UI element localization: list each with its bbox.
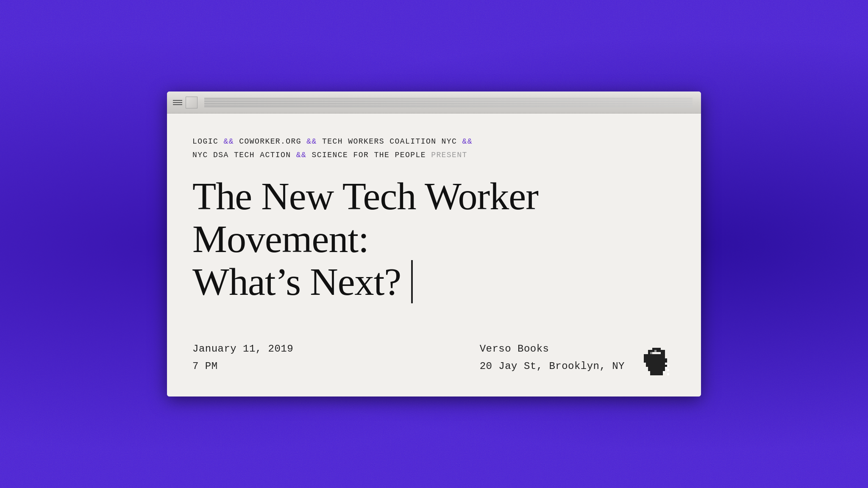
fist-svg [637,337,676,380]
titlebar-square[interactable] [186,97,198,108]
svg-rect-9 [644,354,648,363]
svg-rect-7 [648,367,665,371]
venue-name: Verso Books [480,341,625,358]
svg-rect-3 [661,350,665,354]
main-title-text: The New Tech Worker Movement:What’s Next… [192,175,676,304]
menu-line-2 [173,102,182,103]
menu-line-3 [173,104,182,105]
svg-rect-14 [665,367,667,369]
svg-rect-13 [667,365,669,367]
ampersand-2: && [306,137,317,146]
venue-and-cursor: Verso Books 20 Jay St, Brooklyn, NY [480,337,676,375]
title-line [204,98,693,99]
title-line [204,103,693,104]
menu-line-1 [173,100,182,101]
svg-rect-8 [650,371,663,375]
title-line [204,100,693,100]
titlebar [167,92,701,114]
fist-cursor-icon [637,337,676,380]
svg-rect-11 [654,350,657,352]
menu-icon[interactable] [171,95,184,110]
ampersand-4: && [296,151,306,159]
svg-rect-16 [663,371,665,373]
main-window: LOGIC && COWORKER.ORG && TECH WORKERS CO… [167,92,701,396]
svg-rect-10 [650,352,652,354]
svg-rect-6 [646,363,667,367]
ampersand-3: && [462,137,473,146]
ampersand-1: && [223,137,234,146]
venue-address: 20 Jay St, Brooklyn, NY [480,358,625,375]
title-line [204,101,693,102]
event-date-time: January 11, 2019 7 PM [192,341,293,375]
presenter-line-2: NYC DSA TECH ACTION && SCIENCE FOR THE P… [192,151,467,159]
presenters-text: LOGIC && COWORKER.ORG && TECH WORKERS CO… [192,135,676,162]
svg-rect-15 [667,369,669,371]
svg-rect-12 [665,363,667,365]
svg-rect-4 [646,354,665,358]
presenter-line-1: LOGIC && COWORKER.ORG && TECH WORKERS CO… [192,137,473,146]
window-content: LOGIC && COWORKER.ORG && TECH WORKERS CO… [167,114,701,396]
event-time: 7 PM [192,358,293,375]
title-line [204,106,693,107]
svg-rect-5 [646,358,667,363]
main-title-container: The New Tech Worker Movement:What’s Next… [192,166,676,337]
svg-rect-17 [667,373,669,375]
titlebar-controls [171,95,198,110]
present-word: PRESENT [431,151,467,159]
titlebar-decoration [200,94,697,111]
event-venue: Verso Books 20 Jay St, Brooklyn, NY [480,341,625,375]
title-line [204,105,693,105]
svg-rect-2 [657,348,661,352]
event-date: January 11, 2019 [192,341,293,358]
bottom-info: January 11, 2019 7 PM Verso Books 20 Jay… [192,337,676,375]
